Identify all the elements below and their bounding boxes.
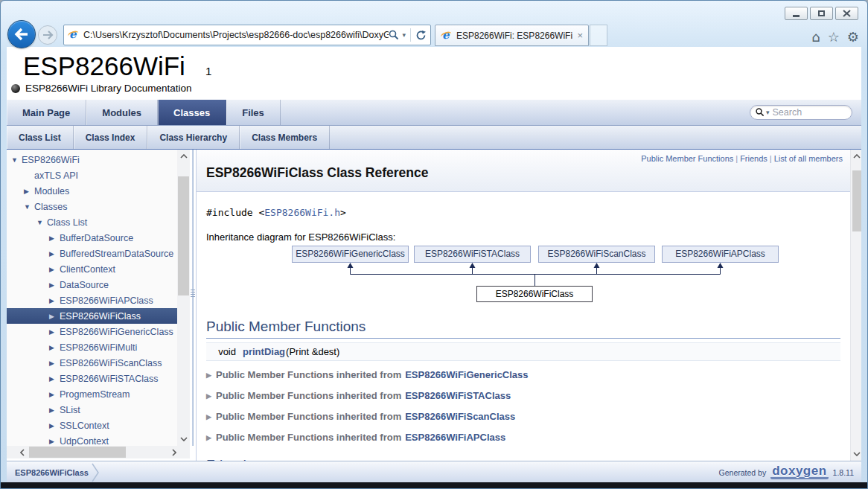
expand-icon[interactable]: ▶: [206, 371, 216, 379]
expand-icon[interactable]: ▶: [206, 392, 216, 400]
tree-item-sslcontext[interactable]: ▶SSLContext: [7, 418, 177, 433]
class-link-esp8266wifiscanclass[interactable]: ESP8266WiFiScanClass: [405, 411, 515, 422]
expand-icon[interactable]: ▶: [49, 313, 60, 320]
refresh-icon[interactable]: [415, 30, 427, 41]
diagram-node-esp8266wifistaclass[interactable]: ESP8266WiFiSTAClass: [414, 246, 531, 263]
tree-item-progmemstream[interactable]: ▶ProgmemStream: [7, 386, 177, 402]
sidebar-scrollbar-horizontal[interactable]: [7, 446, 190, 458]
tree-item-axtls-api[interactable]: axTLS API: [7, 167, 177, 183]
tree-item-slist[interactable]: ▶SList: [7, 402, 177, 418]
subtab-class-index[interactable]: Class Index: [74, 126, 148, 149]
expand-icon[interactable]: ▶: [206, 434, 216, 441]
tree-item-esp8266wifistaclass[interactable]: ▶ESP8266WiFiSTAClass: [7, 371, 177, 386]
splitter[interactable]: [190, 150, 196, 446]
tree-item-datasource[interactable]: ▶DataSource: [7, 277, 177, 293]
home-icon[interactable]: ⌂: [811, 29, 820, 45]
tree-item-bufferdatasource[interactable]: ▶BufferDataSource: [7, 230, 177, 246]
class-link-esp8266wifiapclass[interactable]: ESP8266WiFiAPClass: [405, 432, 505, 443]
doc-scrollbar-vertical[interactable]: [850, 150, 861, 461]
minimize-button[interactable]: [785, 7, 808, 20]
inherited-header-esp8266wifiscanclass[interactable]: ▶Public Member Functions inherited fromE…: [206, 409, 840, 424]
expand-icon[interactable]: ▶: [49, 375, 60, 383]
doc-search-box[interactable]: ▾: [750, 105, 852, 120]
address-bar[interactable]: e C:\Users\Krzysztof\Documents\Projects\…: [63, 25, 431, 45]
expand-icon[interactable]: ▶: [49, 359, 60, 367]
search-dropdown-icon[interactable]: ▾: [402, 31, 406, 39]
inherited-header-esp8266wifiapclass[interactable]: ▶Public Member Functions inherited fromE…: [206, 429, 840, 445]
subtab-class-list[interactable]: Class List: [7, 126, 74, 149]
tree-item-bufferedstreamdatasource[interactable]: ▶BufferedStreamDataSource: [7, 246, 177, 261]
search-icon[interactable]: [389, 30, 399, 40]
scroll-left-icon[interactable]: [17, 446, 28, 458]
expand-icon[interactable]: ▶: [49, 281, 60, 289]
tab-files[interactable]: Files: [226, 100, 281, 125]
expand-icon[interactable]: ▶: [49, 297, 60, 304]
expand-icon[interactable]: ▶: [49, 344, 60, 351]
scroll-down-icon[interactable]: [177, 434, 190, 444]
tree-item-esp8266wifigenericclass[interactable]: ▶ESP8266WiFiGenericClass: [7, 324, 177, 339]
tab-main-page[interactable]: Main Page: [7, 100, 86, 125]
diagram-node-esp8266wifigenericclass[interactable]: ESP8266WiFiGenericClass: [292, 246, 409, 263]
expand-icon[interactable]: ▶: [24, 188, 34, 195]
tree-item-class-list[interactable]: ▼Class List: [7, 214, 177, 230]
collapse-icon[interactable]: ▼: [11, 156, 22, 164]
diagram-node-esp8266wifiapclass[interactable]: ESP8266WiFiAPClass: [662, 246, 779, 263]
scroll-thumb[interactable]: [178, 176, 189, 295]
tab-classes[interactable]: Classes: [158, 100, 226, 125]
inherited-header-esp8266wifistaclass[interactable]: ▶Public Member Functions inherited fromE…: [206, 388, 840, 403]
expand-icon[interactable]: ▶: [49, 266, 60, 273]
expand-icon[interactable]: ▶: [49, 391, 60, 398]
close-button[interactable]: [835, 7, 858, 20]
tree-item-clientcontext[interactable]: ▶ClientContext: [7, 261, 177, 277]
class-link-esp8266wifigenericclass[interactable]: ESP8266WiFiGenericClass: [405, 369, 528, 380]
scroll-right-icon[interactable]: [169, 446, 179, 458]
scroll-up-icon[interactable]: [851, 151, 861, 162]
expand-icon[interactable]: ▶: [49, 328, 60, 336]
browser-tab[interactable]: e ESP8266WiFi: ESP8266WiFi... ×: [435, 25, 589, 46]
sidebar-scrollbar-vertical[interactable]: [177, 150, 190, 446]
tree-item-esp8266wifimulti[interactable]: ▶ESP8266WiFiMulti: [7, 339, 177, 355]
back-button[interactable]: [7, 20, 36, 48]
scroll-up-icon[interactable]: [177, 151, 190, 162]
summary-link-public-member-functions[interactable]: Public Member Functions: [641, 154, 733, 163]
class-link-esp8266wifistaclass[interactable]: ESP8266WiFiSTAClass: [405, 390, 511, 401]
new-tab-button[interactable]: [590, 25, 607, 46]
expand-icon[interactable]: ▶: [49, 422, 60, 429]
member-name-link[interactable]: printDiag: [243, 346, 285, 357]
scroll-thumb[interactable]: [852, 170, 861, 231]
diagram-node-esp8266wifiscanclass[interactable]: ESP8266WiFiScanClass: [538, 246, 655, 263]
splitter-grip-icon[interactable]: [191, 290, 195, 297]
scroll-down-icon[interactable]: [851, 449, 861, 459]
settings-gear-icon[interactable]: ⚙: [847, 29, 859, 45]
doc-search-input[interactable]: [771, 106, 846, 118]
tree-item-esp8266wifiapclass[interactable]: ▶ESP8266WiFiAPClass: [7, 293, 177, 308]
doxygen-logo[interactable]: doxygen: [770, 466, 828, 479]
tab-close-icon[interactable]: ×: [572, 30, 583, 41]
subtab-class-members[interactable]: Class Members: [240, 126, 330, 149]
tree-item-udpcontext[interactable]: ▶UdpContext: [7, 433, 177, 446]
tree-item-esp8266wificlass[interactable]: ▶ESP8266WiFiClass: [7, 308, 177, 324]
tree-item-modules[interactable]: ▶Modules: [7, 183, 177, 199]
expand-icon[interactable]: ▶: [206, 413, 216, 421]
tree-item-esp8266wifi[interactable]: ▼ESP8266WiFi: [7, 152, 177, 167]
breadcrumb-item[interactable]: ESP8266WiFiClass: [15, 468, 89, 477]
summary-link-friends[interactable]: Friends: [740, 154, 768, 163]
forward-button[interactable]: [38, 25, 57, 45]
include-file-link[interactable]: ESP8266WiFi.h: [264, 207, 340, 218]
inherited-header-esp8266wifigenericclass[interactable]: ▶Public Member Functions inherited fromE…: [206, 367, 840, 383]
tree-item-esp8266wifiscanclass[interactable]: ▶ESP8266WiFiScanClass: [7, 355, 177, 371]
search-filter-caret-icon[interactable]: ▾: [766, 109, 770, 116]
diagram-node-current-class[interactable]: ESP8266WiFiClass: [476, 286, 593, 302]
favorites-star-icon[interactable]: ☆: [828, 29, 840, 45]
breadcrumb[interactable]: ESP8266WiFiClass: [7, 463, 100, 482]
subtab-class-hierarchy[interactable]: Class Hierarchy: [147, 126, 240, 149]
tab-modules[interactable]: Modules: [86, 100, 158, 125]
summary-link-list-of-all-members[interactable]: List of all members: [774, 154, 843, 163]
expand-icon[interactable]: ▶: [49, 438, 60, 445]
expand-icon[interactable]: ▶: [49, 250, 60, 258]
expand-icon[interactable]: ▶: [49, 406, 60, 414]
expand-icon[interactable]: ▶: [49, 234, 60, 242]
scroll-thumb[interactable]: [29, 447, 126, 458]
tree-item-classes[interactable]: ▼Classes: [7, 199, 177, 214]
restore-button[interactable]: [810, 7, 833, 20]
